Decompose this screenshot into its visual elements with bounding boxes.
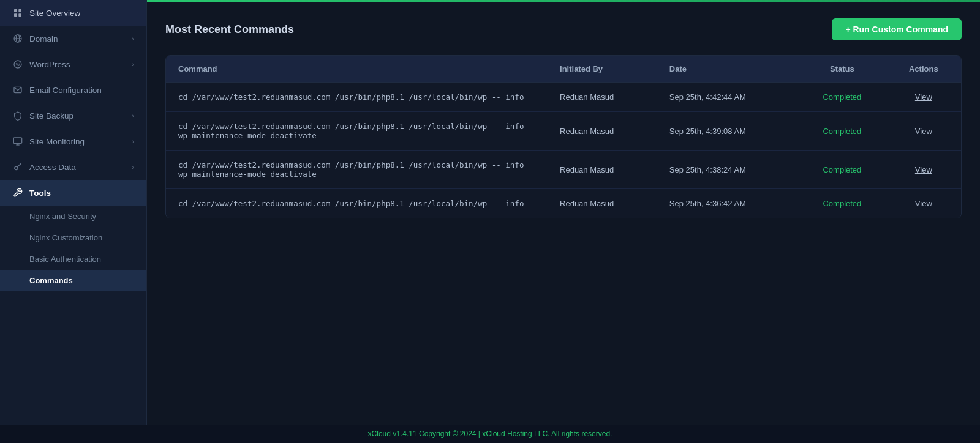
sidebar-item-label: Site Overview [29,9,80,18]
cell-actions: View [886,189,961,218]
sidebar-sub-item-nginx-customization[interactable]: Nginx Customization [0,227,146,248]
cell-status: Completed [798,189,886,218]
chevron-right-icon: › [132,35,134,42]
cell-actions: View [886,112,961,151]
status-badge: Completed [823,199,861,208]
cell-date: Sep 25th, 4:38:24 AM [657,151,798,189]
run-custom-command-button[interactable]: + Run Custom Command [832,18,962,40]
view-link[interactable]: View [915,127,932,136]
svg-point-13 [15,166,18,169]
sidebar-item-label: Email Configuration [29,86,102,95]
chevron-right-icon: › [132,61,134,68]
cell-date: Sep 25th, 4:42:44 AM [657,83,798,112]
table-row: cd /var/www/test2.reduanmasud.com /usr/b… [166,83,961,112]
view-link[interactable]: View [915,92,932,102]
cell-command: cd /var/www/test2.reduanmasud.com /usr/b… [166,189,548,218]
sidebar-item-email-configuration[interactable]: Email Configuration [0,77,146,103]
sidebar-item-site-monitoring[interactable]: Site Monitoring › [0,128,146,154]
chevron-right-icon: › [132,138,134,145]
svg-rect-3 [18,13,21,17]
svg-rect-1 [18,9,21,12]
chevron-right-icon: › [132,163,134,171]
footer-brand: xCloud v1.4.11 Copyright © 2024 | xCloud… [368,430,612,438]
sidebar-item-label: Access Data [29,163,76,172]
sidebar-item-label: Site Monitoring [29,137,85,146]
svg-line-15 [20,164,21,165]
svg-rect-10 [13,138,21,143]
svg-line-14 [17,163,21,167]
sidebar-item-wordpress[interactable]: W WordPress › [0,51,146,77]
mail-icon [12,84,23,95]
tool-icon [12,187,23,198]
cell-command: cd /var/www/test2.reduanmasud.com /usr/b… [166,83,548,112]
cell-initiated-by: Reduan Masud [548,83,657,112]
cell-status: Completed [798,112,886,151]
top-bar: Most Recent Commands + Run Custom Comman… [165,18,962,40]
col-actions: Actions [886,56,961,83]
cell-actions: View [886,151,961,189]
sidebar-item-label: Domain [29,34,58,43]
cell-initiated-by: Reduan Masud [548,189,657,218]
cell-status: Completed [798,151,886,189]
cell-date: Sep 25th, 4:39:08 AM [657,112,798,151]
sidebar-sub-item-nginx-security[interactable]: Nginx and Security [0,206,146,227]
globe-icon [12,33,23,44]
key-icon [12,162,23,173]
col-date: Date [657,56,798,83]
svg-rect-0 [14,9,17,12]
page-title: Most Recent Commands [165,23,294,36]
commands-table-wrapper: Command Initiated By Date Status Actions… [165,55,962,218]
table-row: cd /var/www/test2.reduanmasud.com /usr/b… [166,112,961,151]
sidebar-item-site-backup[interactable]: Site Backup › [0,103,146,128]
main-content: Most Recent Commands + Run Custom Comman… [147,0,980,443]
sidebar-item-access-data[interactable]: Access Data › [0,154,146,180]
cell-date: Sep 25th, 4:36:42 AM [657,189,798,218]
col-command: Command [166,56,548,83]
sidebar-item-domain[interactable]: Domain › [0,26,146,51]
shield-icon [12,110,23,121]
table-row: cd /var/www/test2.reduanmasud.com /usr/b… [166,151,961,189]
grid-icon [12,7,23,18]
table-header: Command Initiated By Date Status Actions [166,56,961,83]
svg-rect-2 [14,13,17,17]
col-initiated-by: Initiated By [548,56,657,83]
chevron-right-icon: › [132,112,134,119]
view-link[interactable]: View [915,199,932,208]
tools-submenu: Nginx and Security Nginx Customization B… [0,206,146,291]
status-badge: Completed [823,92,861,102]
svg-text:W: W [16,62,20,67]
cell-initiated-by: Reduan Masud [548,112,657,151]
sidebar-item-tools[interactable]: Tools [0,180,146,206]
commands-table: Command Initiated By Date Status Actions… [166,56,961,218]
cell-command: cd /var/www/test2.reduanmasud.com /usr/b… [166,151,548,189]
cell-command: cd /var/www/test2.reduanmasud.com /usr/b… [166,112,548,151]
sidebar: Site Overview Domain › W WordPress › Ema… [0,0,147,443]
top-progress-bar [147,0,980,2]
status-badge: Completed [823,165,861,174]
sidebar-item-site-overview[interactable]: Site Overview [0,0,146,26]
cell-actions: View [886,83,961,112]
sidebar-item-label: Site Backup [29,111,74,121]
status-badge: Completed [823,127,861,136]
view-link[interactable]: View [915,165,932,174]
table-row: cd /var/www/test2.reduanmasud.com /usr/b… [166,189,961,218]
sidebar-sub-item-basic-auth[interactable]: Basic Authentication [0,248,146,270]
monitor-icon [12,136,23,147]
sidebar-sub-item-commands[interactable]: Commands [0,270,146,291]
col-status: Status [798,56,886,83]
table-body: cd /var/www/test2.reduanmasud.com /usr/b… [166,83,961,218]
cell-initiated-by: Reduan Masud [548,151,657,189]
cell-status: Completed [798,83,886,112]
sidebar-item-label: WordPress [29,60,70,69]
footer: xCloud v1.4.11 Copyright © 2024 | xCloud… [0,425,980,443]
wordpress-icon: W [12,59,23,70]
sidebar-item-label: Tools [29,188,51,198]
